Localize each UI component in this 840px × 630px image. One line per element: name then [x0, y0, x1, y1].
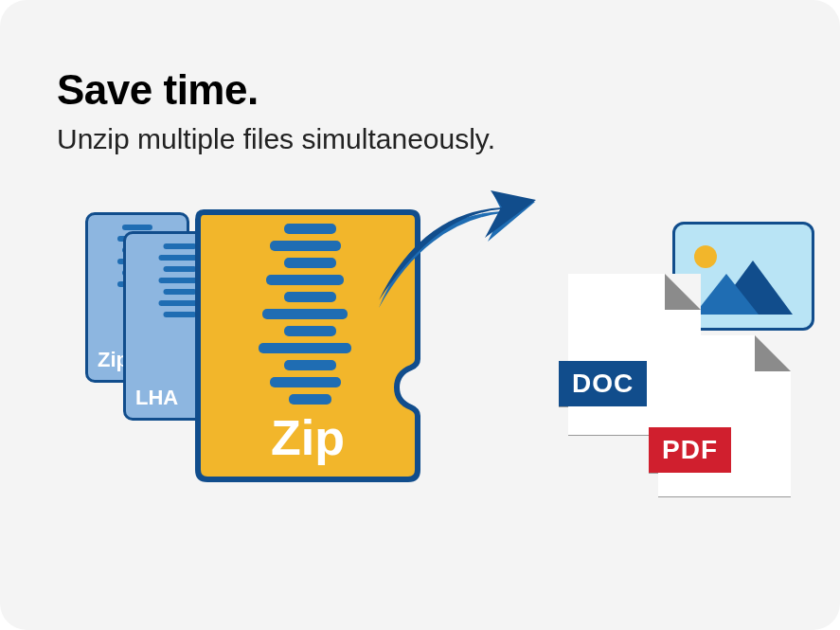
svg-rect-5 [262, 309, 348, 319]
svg-rect-10 [289, 394, 331, 405]
pdf-badge: PDF [649, 427, 731, 473]
card-subtitle: Unzip multiple files simultaneously. [57, 123, 783, 155]
svg-rect-6 [284, 326, 336, 336]
archive-main-label: Zip [185, 409, 431, 466]
feature-card: Save time. Unzip multiple files simultan… [0, 0, 840, 630]
svg-rect-7 [259, 343, 351, 353]
svg-rect-4 [284, 292, 336, 302]
svg-rect-1 [270, 241, 341, 251]
output-files-group: DOC PDF [568, 222, 814, 506]
illustration-area: Zip LHA [57, 212, 783, 553]
pdf-file-icon: PDF [658, 335, 791, 496]
svg-rect-0 [284, 224, 336, 234]
svg-rect-9 [270, 377, 341, 387]
svg-rect-3 [266, 275, 344, 285]
arrow-icon [369, 189, 540, 312]
doc-badge: DOC [559, 361, 647, 406]
svg-rect-2 [284, 258, 336, 268]
svg-point-11 [694, 245, 717, 268]
card-title: Save time. [57, 66, 783, 114]
archive-label: LHA [135, 386, 178, 410]
svg-rect-8 [284, 360, 336, 370]
